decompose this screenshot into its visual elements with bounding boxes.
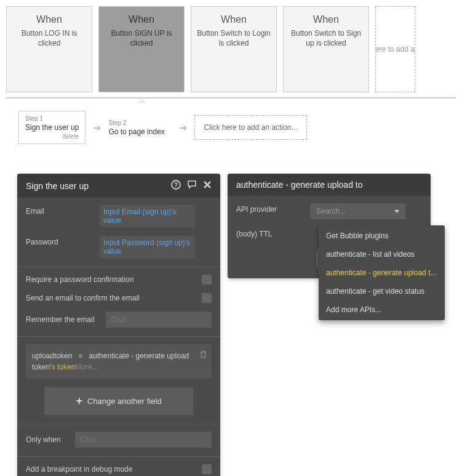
panels-container: Sign the user up ? Email Input Email (si…	[0, 156, 462, 476]
breakpoint-checkbox[interactable]	[202, 464, 212, 474]
panel-sign-user-up: Sign the user up ? Email Input Email (si…	[17, 174, 220, 476]
dropdown-item-get-plugins[interactable]: Get Bubble plugins	[319, 227, 445, 245]
password-label: Password	[26, 236, 100, 246]
change-field-label: Change another field	[87, 397, 162, 406]
event-desc: Button SIGN UP is clicked	[104, 29, 179, 48]
divider	[17, 336, 220, 337]
step-arrow-icon: ➔	[179, 122, 187, 134]
event-when: When	[221, 14, 247, 25]
event-desc: Button Switch to Login is clicked	[196, 29, 271, 48]
divider	[17, 267, 220, 267]
panel2-wrapper: authenticate - generate upload to API pr…	[228, 174, 431, 278]
form-row-password: Password Input Password (sign up)'s valu…	[26, 236, 212, 258]
event-when: When	[36, 14, 62, 25]
require-confirm-label: Require a password confirmation	[26, 275, 133, 284]
trash-icon[interactable]	[200, 350, 207, 361]
step-label: Step 1	[25, 115, 79, 122]
only-when-input[interactable]	[75, 432, 212, 448]
add-event-text: Click here to add an event...	[375, 44, 415, 55]
form-row-api-provider: API provider Search...	[236, 203, 422, 219]
step-title: Go to page index	[108, 127, 165, 136]
panel-body: Email Input Email (sign up)'s value Pass…	[17, 198, 220, 476]
chevron-down-icon	[394, 210, 399, 213]
step-delete-link[interactable]: delete	[25, 133, 79, 140]
event-card-switch-signup[interactable]: When Button Switch to Sign up is clicked	[283, 6, 369, 92]
event-card-signup[interactable]: When Button SIGN UP is clicked	[98, 6, 185, 92]
step-title: Sign the user up	[25, 123, 79, 132]
comment-icon[interactable]	[187, 180, 197, 192]
panel-title: Sign the user up	[26, 181, 89, 191]
api-provider-label: API provider	[236, 203, 310, 214]
expr-more[interactable]: More...	[75, 363, 98, 371]
api-provider-dropdown: Get Bubble plugins authenticate - list a…	[319, 225, 445, 320]
send-email-checkbox[interactable]	[202, 293, 212, 303]
event-desc: Button Switch to Sign up is clicked	[289, 29, 364, 48]
panel-header: authenticate - generate upload to	[228, 174, 431, 196]
form-row-email: Email Input Email (sign up)'s value	[26, 205, 212, 227]
dropdown-item-video-status[interactable]: authenticate - get video status	[319, 282, 445, 301]
plus-icon: +	[76, 395, 82, 408]
search-placeholder: Search...	[316, 207, 346, 216]
step-box-1[interactable]: Step 1 Sign the user up delete	[18, 111, 86, 144]
event-when: When	[313, 14, 339, 25]
workflow-events-row: When Button LOG IN is clicked When Butto…	[0, 0, 462, 92]
only-when-label: Only when	[26, 435, 69, 444]
api-provider-select[interactable]: Search...	[310, 203, 405, 219]
change-field-button[interactable]: + Change another field	[44, 387, 193, 415]
email-value-field[interactable]: Input Email (sign up)'s value	[100, 205, 195, 227]
step-label: Step 2	[108, 119, 165, 126]
remember-input[interactable]	[106, 312, 212, 328]
password-value-field[interactable]: Input Password (sign up)'s value	[100, 236, 195, 258]
step-arrow-icon: ➔	[93, 122, 101, 134]
expr-eq: =	[78, 352, 82, 360]
email-label: Email	[26, 205, 100, 216]
toggle-send-email: Send an email to confirm the email	[26, 293, 212, 303]
step-box-2[interactable]: Step 2 Go to page index	[108, 116, 172, 140]
input-row-only-when: Only when	[26, 432, 212, 448]
steps-container: Step 1 Sign the user up delete ➔ Step 2 …	[6, 97, 456, 156]
expr-token: 's token	[50, 363, 75, 371]
dropdown-item-generate-upload[interactable]: authenticate - generate upload t...	[319, 264, 445, 282]
event-when: When	[129, 14, 154, 25]
toggle-require-confirm: Require a password confirmation	[26, 275, 212, 284]
expr-var: uploadtoken	[32, 352, 72, 360]
help-icon[interactable]: ?	[171, 180, 181, 192]
require-confirm-checkbox[interactable]	[202, 275, 212, 284]
input-row-remember: Remember the email	[26, 312, 212, 328]
divider	[17, 424, 220, 424]
expression-box[interactable]: uploadtoken = authenticate - generate up…	[26, 344, 212, 379]
breakpoint-label: Add a breakpoint in debug mode	[26, 465, 132, 474]
selected-arrow-icon	[137, 99, 146, 103]
toggle-breakpoint: Add a breakpoint in debug mode	[26, 464, 212, 474]
divider	[17, 456, 220, 457]
event-card-login[interactable]: When Button LOG IN is clicked	[6, 6, 92, 92]
svg-text:?: ?	[174, 182, 178, 188]
panel-title: authenticate - generate upload to	[236, 180, 363, 190]
panel-header: Sign the user up ?	[17, 174, 220, 198]
dropdown-item-add-apis[interactable]: Add more APIs...	[319, 301, 445, 319]
event-card-add[interactable]: Click here to add an event...	[375, 6, 415, 92]
send-email-label: Send an email to confirm the email	[26, 294, 140, 302]
close-icon[interactable]	[203, 180, 212, 191]
panel-icons-group: ?	[171, 180, 212, 192]
add-action-button[interactable]: Click here to add an action...	[194, 115, 306, 140]
add-action-text: Click here to add an action...	[204, 123, 297, 132]
remember-label: Remember the email	[26, 315, 100, 324]
dropdown-item-list-videos[interactable]: authenticate - list all videos	[319, 245, 445, 264]
event-card-switch-login[interactable]: When Button Switch to Login is clicked	[191, 6, 277, 92]
body-ttl-label: (body) TTL	[236, 228, 310, 238]
event-desc: Button LOG IN is clicked	[12, 29, 87, 48]
